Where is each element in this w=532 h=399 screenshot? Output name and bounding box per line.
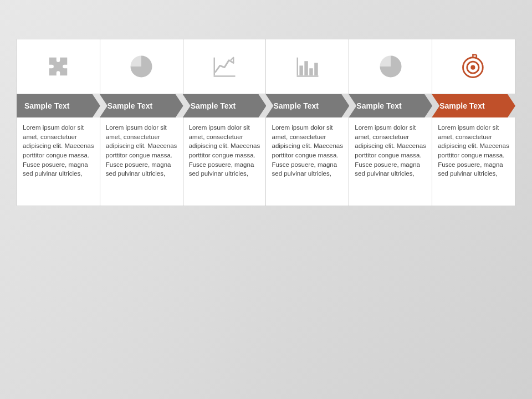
text-box-4: Lorem ipsum dolor sit amet, consectetuer… (265, 117, 349, 206)
text-box-2: Lorem ipsum dolor sit amet, consectetuer… (100, 117, 183, 206)
arrow-label-4: Sample Text (265, 94, 349, 117)
icon-box-3 (183, 39, 267, 94)
svg-rect-0 (214, 75, 236, 76)
svg-line-14 (475, 57, 477, 58)
svg-rect-3 (296, 58, 298, 76)
slide: Sample TextLorem ipsum dolor sit amet, c… (0, 0, 532, 399)
arrow-label-3: Sample Text (183, 94, 267, 117)
arrow-label-5: Sample Text (349, 94, 432, 117)
arrow-label-6: Sample Text (432, 94, 515, 117)
icon-box-6 (432, 39, 515, 94)
svg-rect-5 (304, 61, 308, 75)
text-box-5: Lorem ipsum dolor sit amet, consectetuer… (349, 117, 432, 206)
icon-box-5 (349, 39, 432, 94)
svg-rect-2 (296, 75, 318, 76)
step-col-1: Sample TextLorem ipsum dolor sit amet, c… (17, 39, 100, 206)
step-col-3: Sample TextLorem ipsum dolor sit amet, c… (183, 39, 267, 206)
text-box-6: Lorem ipsum dolor sit amet, consectetuer… (432, 117, 515, 206)
svg-rect-7 (314, 63, 318, 76)
step-col-2: Sample TextLorem ipsum dolor sit amet, c… (100, 39, 183, 206)
icon-box-2 (100, 39, 183, 94)
text-box-1: Lorem ipsum dolor sit amet, consectetuer… (17, 117, 100, 206)
icon-box-4 (265, 39, 349, 94)
flow-container: Sample TextLorem ipsum dolor sit amet, c… (17, 39, 515, 206)
step-col-4: Sample TextLorem ipsum dolor sit amet, c… (265, 39, 349, 206)
svg-rect-6 (309, 68, 313, 75)
svg-rect-1 (214, 58, 215, 76)
svg-point-10 (470, 65, 475, 70)
arrow-label-1: Sample Text (17, 94, 100, 117)
step-col-6: Sample TextLorem ipsum dolor sit amet, c… (432, 39, 515, 206)
icon-box-1 (17, 39, 100, 94)
arrow-label-2: Sample Text (100, 94, 183, 117)
step-col-5: Sample TextLorem ipsum dolor sit amet, c… (349, 39, 432, 206)
text-box-3: Lorem ipsum dolor sit amet, consectetuer… (183, 117, 267, 206)
svg-rect-4 (299, 65, 303, 75)
